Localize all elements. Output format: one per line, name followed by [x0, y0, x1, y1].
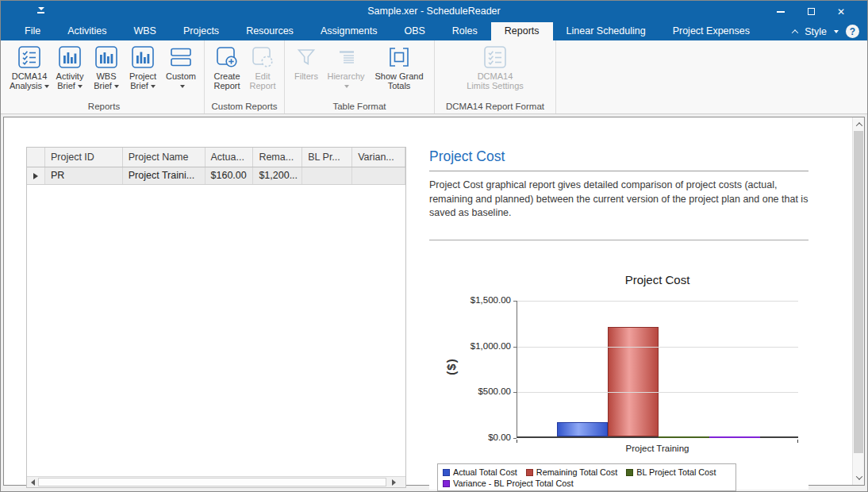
legend-item-remaining-total-cost: Remaining Total Cost: [526, 467, 617, 478]
filter-funnel-icon: [294, 45, 318, 69]
legend-item-variance-bl-project-total-cost: Variance - BL Project Total Cost: [443, 478, 574, 489]
bar-actual-total-cost: [557, 422, 608, 436]
tab-wbs[interactable]: WBS: [120, 22, 169, 40]
tab-roles[interactable]: Roles: [439, 22, 491, 40]
report-panel: Project Cost Project Cost graphical repo…: [429, 148, 808, 490]
project-brief-button[interactable]: ProjectBrief: [124, 43, 162, 90]
legend-swatch-icon: [443, 480, 450, 487]
column-header-bl-pr[interactable]: BL Pr...: [302, 148, 352, 167]
chart-x-category-label: Project Training: [517, 444, 798, 453]
table-cell[interactable]: $160.00: [205, 167, 254, 184]
menubar-right-controls: Style ?: [793, 22, 867, 40]
checklist-icon: [483, 45, 507, 69]
column-header-actua[interactable]: Actua...: [205, 148, 254, 167]
tab-activities[interactable]: Activities: [54, 22, 120, 40]
horizontal-scrollbar-thumb[interactable]: [38, 478, 386, 486]
legend-item-actual-total-cost: Actual Total Cost: [443, 467, 517, 478]
dcma14-limits-settings-button: DCMA14Limits Settings: [451, 43, 540, 90]
tab-linear-scheduling[interactable]: Linear Scheduling: [553, 22, 659, 40]
help-button[interactable]: ?: [846, 25, 859, 38]
activity-brief-button[interactable]: ActivityBrief: [51, 43, 89, 90]
bar-variance-bl-project-total-cost: [709, 436, 760, 438]
x-tick-mark: [797, 440, 798, 443]
show-grand-totals-button[interactable]: Show GrandTotals: [368, 43, 430, 90]
y-tick-mark: [513, 301, 517, 302]
grand-totals-icon: [387, 45, 411, 69]
tab-resources[interactable]: Resources: [232, 22, 307, 40]
tab-file[interactable]: File: [11, 22, 54, 40]
dcma14-analysis-button[interactable]: DCMA14Analysis: [8, 43, 51, 90]
button-label: Custom: [166, 71, 196, 90]
hierarchy-button: Hierarchy: [324, 43, 368, 90]
custom-reports-menu-button[interactable]: Custom: [162, 43, 200, 90]
maximize-button[interactable]: [796, 1, 826, 22]
column-header-varian[interactable]: Varian...: [352, 148, 405, 167]
create-report-button[interactable]: CreateReport: [209, 43, 245, 90]
bar-chart-icon: [58, 45, 82, 69]
scroll-right-arrow-icon[interactable]: [388, 477, 399, 487]
tab-reports[interactable]: Reports: [491, 22, 553, 40]
y-tick-label: $1,500.00: [429, 295, 511, 305]
button-label: ProjectBrief: [129, 71, 156, 90]
close-icon: ✕: [837, 7, 845, 17]
wbs-brief-button[interactable]: WBSBrief: [89, 43, 124, 90]
edit-report-button: EditReport: [245, 43, 280, 90]
ribbon: DCMA14Analysis ActivityBrief: [1, 40, 867, 114]
maximize-icon: [808, 8, 815, 15]
title-bar: Sample.xer - ScheduleReader ✕: [1, 1, 867, 22]
tab-project-expenses[interactable]: Project Expenses: [659, 22, 763, 40]
ribbon-group-dcma14-report-format: DCMA14Limits Settings DCMA14 Report Form…: [435, 40, 556, 113]
gridline: [517, 392, 798, 393]
button-label: CreateReport: [213, 71, 240, 90]
row-pointer-icon: [27, 167, 45, 184]
dropdown-arrow-icon: [78, 85, 83, 88]
button-label: Hierarchy: [327, 71, 364, 90]
table-cell[interactable]: Project Traini...: [123, 167, 205, 184]
button-label: Show GrandTotals: [374, 71, 423, 90]
tab-assignments[interactable]: Assignments: [307, 22, 391, 40]
scroll-up-arrow-icon[interactable]: [853, 118, 865, 131]
projects-table-panel: Project IDProject NameActua...Rema...BL …: [26, 147, 406, 488]
table-cell[interactable]: [352, 167, 405, 184]
column-header-project-id[interactable]: Project ID: [45, 148, 123, 167]
minimize-icon: [777, 11, 785, 13]
y-tick-label: $500.00: [429, 386, 511, 396]
dropdown-arrow-icon: [114, 85, 119, 88]
tab-projects[interactable]: Projects: [170, 22, 232, 40]
hierarchy-lines-icon: [334, 45, 358, 69]
legend-swatch-icon: [526, 469, 533, 476]
collapse-ribbon-icon[interactable]: [792, 29, 798, 36]
legend-item-bl-project-total-cost: BL Project Total Cost: [626, 467, 716, 478]
ribbon-group-label: Reports: [8, 101, 200, 113]
ribbon-group-custom-reports: CreateReport EditReport Custom Reports: [205, 40, 285, 113]
bar-chart-icon: [94, 45, 118, 69]
window-title: Sample.xer - ScheduleReader: [1, 1, 867, 22]
style-dropdown-arrow-icon[interactable]: [834, 30, 839, 33]
ribbon-group-table-format: Filters Hierarchy: [285, 40, 435, 113]
content-area: Project IDProject NameActua...Rema...BL …: [3, 117, 865, 486]
column-header-rema[interactable]: Rema...: [253, 148, 302, 167]
table-cell[interactable]: [302, 167, 352, 184]
ribbon-group-label: Custom Reports: [209, 101, 280, 113]
row-selector-header[interactable]: [27, 148, 45, 167]
scroll-left-arrow-icon[interactable]: [27, 477, 38, 487]
minimize-button[interactable]: [766, 1, 796, 22]
column-header-project-name[interactable]: Project Name: [123, 148, 205, 167]
y-tick-mark: [513, 438, 517, 439]
tab-obs[interactable]: OBS: [390, 22, 438, 40]
table-horizontal-scrollbar[interactable]: [27, 476, 405, 487]
stacked-panels-icon: [169, 45, 193, 69]
edit-report-icon: [251, 45, 275, 69]
table-cell[interactable]: $1,200...: [253, 167, 302, 184]
table-row[interactable]: PRProject Traini...$160.00$1,200...: [27, 167, 405, 185]
table-cell[interactable]: PR: [45, 167, 123, 184]
legend-swatch-icon: [443, 469, 450, 476]
dropdown-arrow-icon: [344, 85, 349, 88]
ribbon-group-label: DCMA14 Report Format: [444, 101, 546, 113]
scroll-down-arrow-icon[interactable]: [853, 471, 865, 484]
close-button[interactable]: ✕: [826, 1, 856, 22]
app-window: Sample.xer - ScheduleReader ✕ FileActivi…: [0, 0, 868, 492]
vertical-scrollbar-thumb[interactable]: [854, 131, 863, 453]
style-menu[interactable]: Style: [805, 26, 827, 37]
vertical-scrollbar[interactable]: [852, 117, 864, 485]
